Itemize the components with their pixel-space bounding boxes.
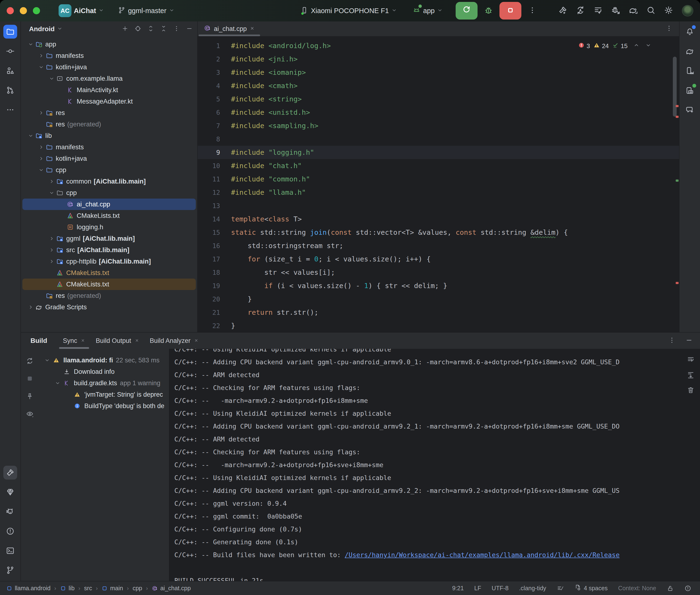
chevron-down-icon[interactable] [48, 190, 56, 196]
caret-position[interactable]: 9:21 [452, 585, 464, 592]
project-tree-item[interactable]: common[AiChat.lib.main] [22, 176, 196, 187]
project-tree-item[interactable]: kotlin+java [22, 153, 196, 164]
apply-changes-restart-button[interactable] [574, 3, 587, 18]
tool-strip-button-logcat[interactable] [3, 505, 17, 518]
line-ending[interactable]: LF [474, 585, 481, 592]
project-tree-item[interactable]: logging.h [22, 221, 196, 233]
code-line[interactable]: 13 [198, 199, 679, 213]
breadcrumb-item[interactable]: main [102, 585, 123, 592]
close-icon[interactable] [250, 25, 255, 33]
breadcrumb-item[interactable]: llama.android [6, 585, 51, 592]
tool-strip-button-gradle[interactable] [683, 44, 697, 58]
debug-app-button[interactable] [482, 3, 495, 18]
code-line[interactable]: 9#include "logging.h" [198, 146, 679, 159]
scroll-to-end-icon[interactable] [687, 371, 695, 380]
breadcrumb-item[interactable]: src [84, 585, 92, 592]
code-line[interactable]: 7#include <sampling.h> [198, 119, 679, 132]
inspections-widget[interactable]: 3 24 15 [578, 42, 651, 50]
user-avatar[interactable] [682, 5, 693, 17]
settings-button[interactable] [662, 3, 675, 18]
chevron-right-icon[interactable] [48, 259, 56, 264]
project-tree-item[interactable]: cpp [22, 187, 196, 199]
build-tree-item[interactable]: BuildType 'debug' is both de [38, 400, 169, 412]
project-toolbar-hide[interactable] [186, 25, 193, 33]
minimize-window-button[interactable] [20, 7, 27, 14]
project-tree-item[interactable]: lib [22, 130, 196, 141]
code-line[interactable]: 19 if (i < values.size() - 1) { str << d… [198, 279, 679, 292]
code-line[interactable]: 16 std::ostringstream str; [198, 239, 679, 252]
rerun-app-button[interactable] [456, 2, 478, 20]
chevron-right-icon[interactable] [48, 178, 56, 184]
error-stripe-mark[interactable] [676, 282, 678, 284]
build-tree-item[interactable]: build.gradle.ktsapp 1 warning [38, 377, 169, 389]
change-stripe-mark[interactable] [676, 179, 678, 182]
editor-scrollbar[interactable] [673, 57, 677, 117]
build-options-kebab-icon[interactable] [668, 336, 676, 345]
tool-strip-button-build-hammer[interactable] [3, 466, 17, 480]
analyzer-status[interactable]: .clang-tidy [519, 585, 546, 592]
tool-strip-button-structure-shapes[interactable] [3, 64, 17, 78]
project-tree-item[interactable]: manifests [22, 141, 196, 153]
project-tree-item[interactable]: MessageAdapter.kt [22, 96, 196, 107]
code-line[interactable]: 18 str << values[i]; [198, 266, 679, 279]
more-run-actions-button[interactable] [526, 3, 539, 18]
project-toolbar-options[interactable] [173, 25, 180, 33]
build-tab-sync[interactable]: Sync [58, 333, 90, 349]
project-tree-item[interactable]: Gradle Scripts [22, 302, 196, 313]
context-indicator[interactable]: Context: None [618, 585, 656, 592]
project-toolbar-locate[interactable] [134, 25, 141, 33]
tool-strip-button-problems[interactable] [3, 524, 17, 538]
chevron-down-icon[interactable] [37, 167, 45, 173]
tool-strip-button-terminal[interactable] [3, 544, 17, 558]
chevron-right-icon[interactable] [37, 110, 45, 116]
device-selector[interactable]: Xiaomi POCOPHONE F1 [300, 6, 397, 15]
code-line[interactable]: 5#include <string> [198, 92, 679, 106]
code-line[interactable]: 8 [198, 132, 679, 146]
chevron-down-icon[interactable] [43, 358, 52, 363]
tool-strip-button-pull-requests[interactable] [3, 83, 17, 97]
error-stripe-mark[interactable] [676, 116, 678, 118]
close-icon[interactable] [135, 337, 139, 344]
chevron-down-icon[interactable] [48, 76, 56, 81]
code-line[interactable]: 20 } [198, 292, 679, 306]
editor-tab[interactable]: ai_chat.cpp [198, 22, 261, 36]
tool-strip-button-notifications[interactable] [683, 25, 697, 38]
build-project-button[interactable] [556, 3, 569, 18]
branch-selector[interactable]: ggml-master [118, 6, 174, 15]
attach-debugger-button[interactable] [609, 3, 622, 18]
build-console[interactable]: C/C++: -- Using KleidiAI optimized kerne… [169, 349, 700, 581]
build-tree-item[interactable]: Download info [38, 366, 169, 377]
chevron-down-icon[interactable] [53, 380, 62, 386]
code-line[interactable]: 10#include "chat.h" [198, 159, 679, 172]
pin-icon[interactable] [26, 392, 34, 401]
lock-open-icon[interactable] [667, 585, 674, 592]
tool-strip-button-device-manager[interactable] [683, 64, 697, 78]
chevron-right-icon[interactable] [48, 247, 56, 253]
code-line[interactable]: 17 for (size_t i = 0; i < values.size();… [198, 252, 679, 266]
code-line[interactable]: 2#include <jni.h> [198, 52, 679, 66]
formatter-icon[interactable] [557, 585, 564, 592]
code-line[interactable]: 22} [198, 319, 679, 332]
project-tree-item[interactable]: CMakeLists.txt [22, 267, 196, 279]
build-tab-build-analyzer[interactable]: Build Analyzer [145, 333, 204, 349]
hide-panel-icon[interactable] [685, 336, 693, 345]
project-tree-item[interactable]: src[AiChat.lib.main] [22, 244, 196, 256]
zoom-window-button[interactable] [33, 7, 40, 14]
breadcrumb-item[interactable]: cpp [133, 585, 142, 592]
code-line[interactable]: 11#include "common.h" [198, 172, 679, 186]
project-toolbar-add[interactable] [121, 25, 129, 33]
chevron-down-icon[interactable] [57, 26, 63, 32]
run-configuration-selector[interactable]: app [412, 6, 443, 16]
project-view-selector[interactable]: Android [29, 25, 55, 33]
project-toolbar-expand-all[interactable] [147, 25, 155, 33]
project-tree-item[interactable]: res [22, 107, 196, 119]
apply-code-changes-button[interactable] [591, 3, 605, 18]
error-stripe-mark[interactable] [676, 105, 678, 107]
code-line[interactable]: 21 return str.str(); [198, 306, 679, 319]
tool-strip-button-more-tool-windows[interactable] [3, 103, 17, 117]
tool-strip-button-commit[interactable] [3, 44, 17, 58]
file-encoding[interactable]: UTF-8 [492, 585, 508, 592]
stop-square-icon[interactable] [26, 374, 34, 384]
chevron-down-icon[interactable] [27, 41, 35, 47]
code-line[interactable]: 4#include <cmath> [198, 79, 679, 92]
